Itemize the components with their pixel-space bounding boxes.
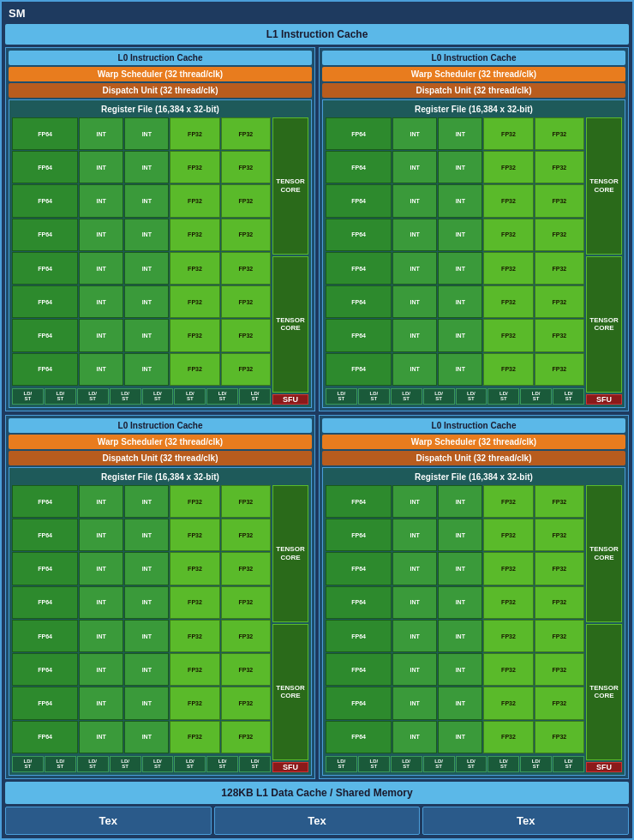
tensor-core-block: TENSORCORE	[272, 624, 308, 761]
int-cell: INT	[438, 586, 482, 619]
fp64-cell: FP64	[326, 653, 392, 686]
ld-st-cell: LD/ST	[239, 388, 271, 405]
int-cell: INT	[124, 721, 169, 753]
ld-st-cell: LD/ST	[174, 756, 206, 772]
core-row: FP64 INT INT FP32 FP32	[326, 653, 584, 686]
core-row: FP64 INT INT FP32 FP32	[12, 353, 271, 386]
fp64-cell: FP64	[12, 552, 78, 585]
int-cell: INT	[79, 319, 123, 351]
fp32-cell: FP32	[170, 653, 219, 686]
fp32-cell: FP32	[221, 552, 271, 585]
fp32-cell: FP32	[221, 687, 271, 719]
int-cell: INT	[392, 219, 437, 251]
int-cell: INT	[79, 184, 123, 217]
fp32-cell: FP32	[483, 620, 533, 652]
fp32-cell: FP32	[483, 552, 533, 585]
fp64-cell: FP64	[326, 285, 392, 318]
int-cell: INT	[392, 687, 437, 719]
int-cell: INT	[438, 519, 482, 551]
int-cell: INT	[79, 151, 123, 183]
fp32-cell: FP32	[170, 620, 219, 652]
fp32-cell: FP32	[221, 485, 271, 518]
fp32-cell: FP32	[535, 252, 584, 285]
int-cell: INT	[79, 353, 123, 386]
fp64-cell: FP64	[12, 687, 78, 719]
core-row: FP64 INT INT FP32 FP32	[326, 552, 584, 585]
fp32-cell: FP32	[483, 117, 533, 150]
l1-data-cache: 128KB L1 Data Cache / Shared Memory	[5, 782, 629, 804]
core-row: FP64 INT INT FP32 FP32	[12, 586, 271, 619]
quadrant-1: L0 Instruction Cache Warp Scheduler (32 …	[5, 47, 315, 411]
rf-title-2: Register File (16,384 x 32-bit)	[326, 103, 622, 116]
fp32-cell: FP32	[535, 285, 584, 318]
fp32-cell: FP32	[221, 586, 271, 619]
fp32-cell: FP32	[170, 552, 219, 585]
fp32-cell: FP32	[221, 653, 271, 686]
int-cell: INT	[438, 620, 482, 652]
cuda-cores-4: FP64 INT INT FP32 FP32 FP64 INT INT FP32…	[326, 485, 584, 772]
ld-st-cell: LD/ST	[423, 756, 455, 772]
tensor-cores-1: TENSORCORE TENSORCORE SFU	[272, 117, 308, 405]
fp32-cell: FP32	[535, 151, 584, 183]
core-row: FP64 INT INT FP32 FP32	[12, 687, 271, 719]
int-cell: INT	[79, 285, 123, 318]
core-row: FP64 INT INT FP32 FP32	[12, 552, 271, 585]
core-row: FP64 INT INT FP32 FP32	[12, 721, 271, 753]
fp32-cell: FP32	[483, 219, 533, 251]
fp32-cell: FP32	[170, 219, 219, 251]
int-cell: INT	[79, 519, 123, 551]
fp32-cell: FP32	[170, 519, 219, 551]
fp64-cell: FP64	[326, 687, 392, 719]
fp32-cell: FP32	[483, 151, 533, 183]
fp64-cell: FP64	[326, 620, 392, 652]
fp64-cell: FP64	[326, 184, 392, 217]
l1-instruction-cache: L1 Instruction Cache	[5, 24, 629, 45]
sm-title: SM	[5, 5, 629, 21]
fp32-cell: FP32	[221, 285, 271, 318]
core-row: FP64 INT INT FP32 FP32	[12, 285, 271, 318]
ld-st-cell: LD/ST	[456, 756, 487, 772]
fp32-cell: FP32	[170, 353, 219, 386]
fp64-cell: FP64	[326, 252, 392, 285]
fp32-cell: FP32	[483, 319, 533, 351]
core-row: FP64 INT INT FP32 FP32	[326, 252, 584, 285]
int-cell: INT	[124, 353, 169, 386]
fp64-cell: FP64	[326, 485, 392, 518]
int-cell: INT	[392, 285, 437, 318]
int-cell: INT	[79, 117, 123, 150]
core-row: FP64 INT INT FP32 FP32	[326, 151, 584, 183]
fp32-cell: FP32	[535, 519, 584, 551]
fp64-cell: FP64	[326, 353, 392, 386]
fp32-cell: FP32	[483, 285, 533, 318]
quadrant-2: L0 Instruction Cache Warp Scheduler (32 …	[319, 47, 629, 411]
l0-cache-4: L0 Instruction Cache	[322, 418, 625, 433]
fp32-cell: FP32	[535, 620, 584, 652]
int-cell: INT	[124, 319, 169, 351]
int-cell: INT	[392, 485, 437, 518]
rf-title-3: Register File (16,384 x 32-bit)	[12, 471, 308, 483]
fp32-cell: FP32	[483, 687, 533, 719]
ld-st-cell: LD/ST	[520, 388, 552, 405]
register-file-3: Register File (16,384 x 32-bit) FP64 INT…	[9, 467, 312, 776]
int-cell: INT	[79, 687, 123, 719]
l0-cache-2: L0 Instruction Cache	[322, 51, 625, 65]
int-cell: INT	[392, 319, 437, 351]
int-cell: INT	[124, 519, 169, 551]
tensor-core-block: TENSORCORE	[586, 117, 622, 255]
int-cell: INT	[438, 151, 482, 183]
fp32-cell: FP32	[535, 117, 584, 150]
ldst-row-3: LD/ST LD/ST LD/ST LD/ST LD/ST LD/ST LD/S…	[12, 756, 271, 772]
int-cell: INT	[438, 653, 482, 686]
l0-cache-1: L0 Instruction Cache	[9, 51, 312, 65]
fp32-cell: FP32	[535, 485, 584, 518]
ld-st-cell: LD/ST	[110, 388, 141, 405]
core-row: FP64 INT INT FP32 FP32	[326, 117, 584, 150]
int-cell: INT	[438, 721, 482, 753]
core-row: FP64 INT INT FP32 FP32	[326, 620, 584, 652]
ld-st-cell: LD/ST	[391, 388, 422, 405]
int-cell: INT	[79, 252, 123, 285]
fp64-cell: FP64	[12, 252, 78, 285]
fp32-cell: FP32	[221, 721, 271, 753]
core-row: FP64 INT INT FP32 FP32	[12, 219, 271, 251]
int-cell: INT	[124, 552, 169, 585]
